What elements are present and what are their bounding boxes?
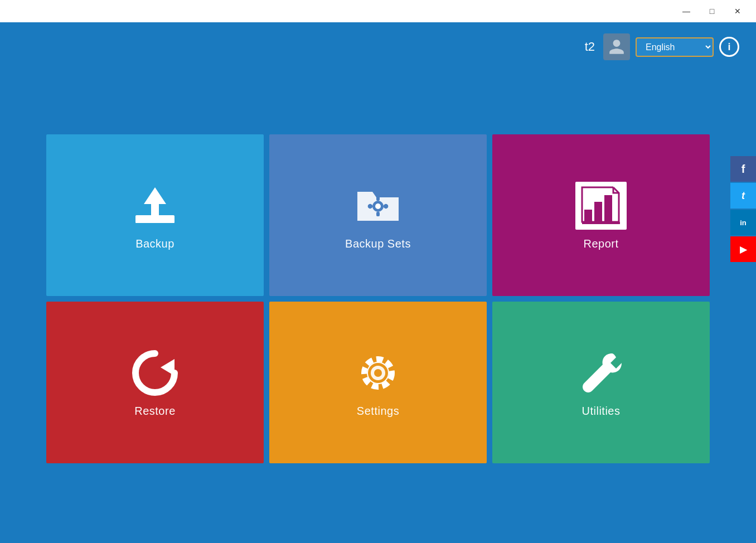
minimize-button[interactable]: — <box>673 2 699 20</box>
header: t2 English French German Spanish Chinese… <box>0 22 756 66</box>
social-sidebar: f t in ▶ <box>730 156 756 262</box>
svg-marker-2 <box>144 187 166 215</box>
user-icon <box>608 38 626 56</box>
svg-point-19 <box>374 369 382 377</box>
report-label: Report <box>583 237 618 250</box>
twitter-icon: t <box>742 190 745 202</box>
tile-utilities[interactable]: Utilities <box>492 302 710 463</box>
svg-rect-5 <box>376 196 380 201</box>
svg-marker-17 <box>161 359 175 376</box>
user-label: t2 <box>585 40 595 54</box>
tile-report[interactable]: Report <box>492 134 710 296</box>
utilities-icon <box>576 348 626 398</box>
svg-rect-13 <box>584 210 592 222</box>
titlebar: — □ ✕ <box>0 0 756 22</box>
language-select[interactable]: English French German Spanish Chinese <box>636 37 714 57</box>
tiles-grid: Backup <box>46 134 710 463</box>
facebook-icon: f <box>742 163 745 176</box>
tile-restore[interactable]: Restore <box>46 302 264 463</box>
maximize-button[interactable]: □ <box>699 2 725 20</box>
svg-rect-6 <box>376 212 380 216</box>
tile-backup-sets[interactable]: Backup Sets <box>269 134 487 296</box>
tile-backup[interactable]: Backup <box>46 134 264 296</box>
svg-rect-14 <box>594 202 602 222</box>
youtube-button[interactable]: ▶ <box>730 236 756 262</box>
linkedin-icon: in <box>740 219 747 227</box>
svg-point-4 <box>375 203 381 209</box>
tiles-container: Backup <box>0 66 756 543</box>
close-button[interactable]: ✕ <box>725 2 750 20</box>
facebook-button[interactable]: f <box>730 156 756 182</box>
restore-label: Restore <box>134 405 176 418</box>
main-content: t2 English French German Spanish Chinese… <box>0 22 756 543</box>
backup-label: Backup <box>135 237 175 250</box>
report-icon <box>576 181 626 231</box>
youtube-icon: ▶ <box>740 244 747 255</box>
info-button[interactable]: i <box>719 37 739 57</box>
tile-settings[interactable]: Settings <box>269 302 487 463</box>
twitter-button[interactable]: t <box>730 183 756 209</box>
svg-rect-1 <box>135 220 175 223</box>
backup-sets-label: Backup Sets <box>345 237 411 250</box>
settings-icon <box>353 348 403 398</box>
backup-sets-icon <box>353 181 403 231</box>
svg-rect-15 <box>604 195 612 222</box>
backup-icon <box>130 181 180 231</box>
linkedin-button[interactable]: in <box>730 210 756 235</box>
utilities-label: Utilities <box>582 405 621 418</box>
settings-label: Settings <box>357 405 399 418</box>
restore-icon <box>130 348 180 398</box>
avatar <box>603 33 630 60</box>
